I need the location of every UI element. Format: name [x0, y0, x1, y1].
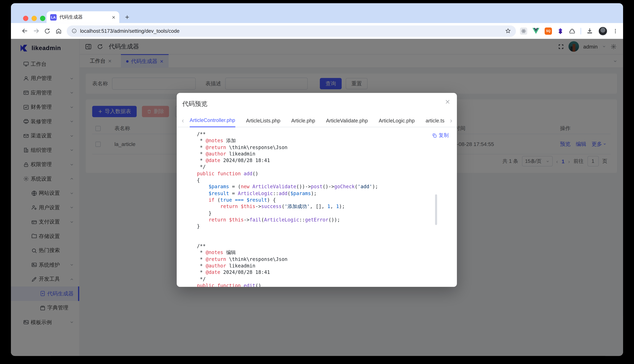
- browser-toolbar: localhost:5173/admin/setting/dev_tools/c…: [11, 23, 623, 39]
- copy-button[interactable]: 复制: [432, 132, 449, 139]
- macos-close-button[interactable]: [23, 16, 28, 21]
- modal-close-icon[interactable]: [445, 99, 450, 105]
- url-bar[interactable]: localhost:5173/admin/setting/dev_tools/c…: [67, 25, 516, 37]
- vue-devtools-icon[interactable]: [532, 28, 539, 34]
- extensions-area: SQ: [520, 26, 618, 36]
- browser-tab-title: 代码生成器: [60, 14, 110, 20]
- chrome-profile-avatar[interactable]: [598, 26, 607, 36]
- tab-close-icon[interactable]: [112, 15, 116, 19]
- reload-icon[interactable]: [42, 25, 53, 37]
- home-icon[interactable]: [53, 25, 64, 37]
- modal-title: 代码预览: [182, 100, 208, 108]
- file-tab-ArticleLists.php[interactable]: ArticleLists.php: [246, 114, 280, 127]
- bookmark-star-icon[interactable]: [505, 28, 511, 34]
- site-info-icon[interactable]: [72, 28, 77, 34]
- file-tab-Article.php[interactable]: Article.php: [291, 114, 315, 127]
- favicon: LA: [50, 14, 56, 20]
- url-text[interactable]: localhost:5173/admin/setting/dev_tools/c…: [80, 28, 505, 34]
- macos-minimize-button[interactable]: [32, 16, 37, 21]
- file-tab-ArticleLogic.php[interactable]: ArticleLogic.php: [379, 114, 415, 127]
- copy-icon: [432, 133, 437, 138]
- code-scrollbar-thumb[interactable]: [435, 194, 437, 225]
- code-preview-modal: 代码预览 ArticleController.phpArticleLists.p…: [177, 93, 457, 287]
- file-tab-list: ArticleController.phpArticleLists.phpArt…: [190, 114, 444, 127]
- back-icon[interactable]: [19, 25, 30, 37]
- macos-zoom-button[interactable]: [40, 16, 46, 21]
- browser-tabstrip: LA 代码生成器: [11, 3, 623, 23]
- browser-tab[interactable]: LA 代码生成器: [46, 12, 119, 23]
- file-tab-ArticleController.php[interactable]: ArticleController.php: [190, 114, 235, 127]
- screenshot-stage: LA 代码生成器: [0, 0, 634, 364]
- tabs-scroll-right-icon[interactable]: [448, 118, 454, 123]
- file-tab-article.ts[interactable]: article.ts: [426, 114, 444, 127]
- sq-extension-icon[interactable]: SQ: [544, 27, 552, 34]
- react-devtools-icon[interactable]: [520, 27, 527, 34]
- puzzle-extensions-icon[interactable]: [569, 28, 575, 34]
- downloads-icon[interactable]: [586, 28, 593, 34]
- code-block[interactable]: /** * @notes 添加 * @return \think\respons…: [197, 131, 428, 287]
- chrome-menu-icon[interactable]: [613, 28, 618, 34]
- toolbar-divider: [581, 28, 581, 34]
- tabs-scroll-left-icon[interactable]: [180, 118, 186, 123]
- forward-icon[interactable]: [30, 25, 42, 37]
- modal-file-tabs: ArticleController.phpArticleLists.phpArt…: [177, 115, 457, 127]
- file-tab-ArticleValidate.php[interactable]: ArticleValidate.php: [326, 114, 368, 127]
- diamond-extension-icon[interactable]: [557, 28, 564, 34]
- new-tab-button[interactable]: [123, 13, 131, 21]
